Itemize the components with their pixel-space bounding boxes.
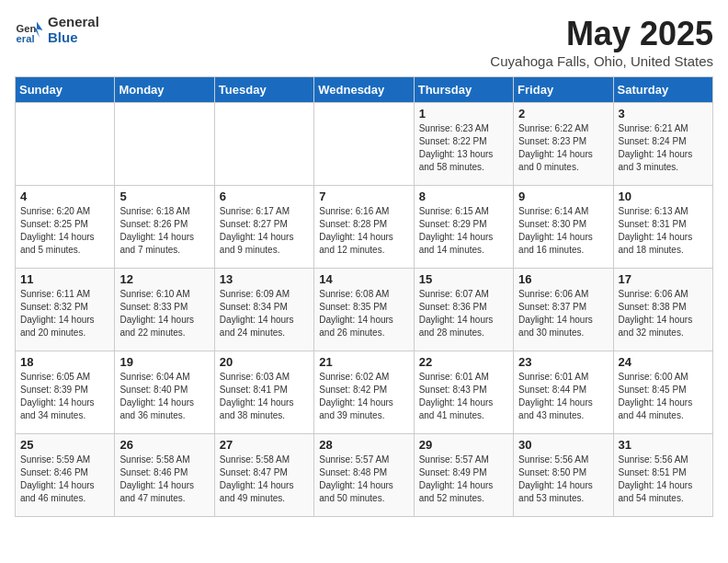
title-area: May 2025 Cuyahoga Falls, Ohio, United St…: [490, 15, 713, 69]
calendar-cell: 6Sunrise: 6:17 AM Sunset: 8:27 PM Daylig…: [214, 186, 313, 269]
page-header: Gen eral General Blue May 2025 Cuyahoga …: [15, 15, 713, 69]
logo-icon: Gen eral: [15, 16, 44, 45]
main-title: May 2025: [490, 15, 713, 53]
weekday-header: Friday: [514, 77, 613, 103]
day-info: Sunrise: 6:01 AM Sunset: 8:44 PM Dayligh…: [518, 371, 608, 422]
logo-blue: Blue: [48, 30, 99, 46]
day-number: 24: [619, 355, 708, 369]
calendar-week-row: 1Sunrise: 6:23 AM Sunset: 8:22 PM Daylig…: [16, 103, 713, 186]
calendar-cell: 5Sunrise: 6:18 AM Sunset: 8:26 PM Daylig…: [115, 186, 214, 269]
day-number: 23: [518, 355, 608, 369]
calendar-cell: 25Sunrise: 5:59 AM Sunset: 8:46 PM Dayli…: [16, 434, 115, 517]
day-number: 7: [319, 190, 408, 203]
calendar-cell: 23Sunrise: 6:01 AM Sunset: 8:44 PM Dayli…: [514, 351, 613, 434]
day-number: 17: [619, 272, 708, 286]
day-number: 28: [319, 438, 408, 452]
calendar-cell: 22Sunrise: 6:01 AM Sunset: 8:43 PM Dayli…: [414, 351, 513, 434]
day-info: Sunrise: 6:15 AM Sunset: 8:29 PM Dayligh…: [419, 205, 508, 257]
calendar-cell: 19Sunrise: 6:04 AM Sunset: 8:40 PM Dayli…: [115, 351, 214, 434]
day-number: 6: [220, 190, 309, 203]
day-info: Sunrise: 6:07 AM Sunset: 8:36 PM Dayligh…: [419, 288, 508, 339]
weekday-header: Thursday: [414, 77, 513, 103]
calendar-week-row: 18Sunrise: 6:05 AM Sunset: 8:39 PM Dayli…: [16, 351, 713, 434]
day-info: Sunrise: 6:13 AM Sunset: 8:31 PM Dayligh…: [619, 205, 708, 257]
calendar-cell: 17Sunrise: 6:06 AM Sunset: 8:38 PM Dayli…: [613, 269, 712, 351]
day-number: 12: [119, 272, 209, 286]
day-number: 4: [20, 190, 109, 203]
day-number: 19: [119, 355, 209, 369]
day-number: 16: [518, 272, 608, 286]
calendar-cell: 24Sunrise: 6:00 AM Sunset: 8:45 PM Dayli…: [613, 351, 712, 434]
day-info: Sunrise: 5:59 AM Sunset: 8:46 PM Dayligh…: [20, 454, 109, 505]
day-info: Sunrise: 6:11 AM Sunset: 8:32 PM Dayligh…: [20, 288, 109, 339]
calendar-cell: 20Sunrise: 6:03 AM Sunset: 8:41 PM Dayli…: [214, 351, 313, 434]
calendar-cell: 2Sunrise: 6:22 AM Sunset: 8:23 PM Daylig…: [514, 103, 613, 186]
day-info: Sunrise: 5:58 AM Sunset: 8:46 PM Dayligh…: [119, 454, 209, 505]
day-number: 1: [419, 107, 508, 121]
day-info: Sunrise: 6:21 AM Sunset: 8:24 PM Dayligh…: [619, 122, 708, 174]
day-number: 13: [220, 272, 309, 286]
day-number: 26: [119, 438, 209, 452]
calendar-table: SundayMondayTuesdayWednesdayThursdayFrid…: [15, 76, 713, 517]
day-info: Sunrise: 6:02 AM Sunset: 8:42 PM Dayligh…: [319, 371, 408, 422]
calendar-cell: [314, 103, 414, 186]
calendar-cell: 28Sunrise: 5:57 AM Sunset: 8:48 PM Dayli…: [314, 434, 414, 517]
weekday-header: Monday: [115, 77, 214, 103]
day-number: 9: [518, 190, 608, 203]
weekday-header: Sunday: [16, 77, 115, 103]
day-number: 31: [619, 438, 708, 452]
logo-general: General: [48, 15, 99, 30]
day-info: Sunrise: 6:22 AM Sunset: 8:23 PM Dayligh…: [518, 122, 608, 174]
calendar-cell: 16Sunrise: 6:06 AM Sunset: 8:37 PM Dayli…: [514, 269, 613, 351]
day-info: Sunrise: 6:08 AM Sunset: 8:35 PM Dayligh…: [319, 288, 408, 339]
day-info: Sunrise: 6:14 AM Sunset: 8:30 PM Dayligh…: [518, 205, 608, 257]
day-number: 14: [319, 272, 408, 286]
calendar-cell: 18Sunrise: 6:05 AM Sunset: 8:39 PM Dayli…: [16, 351, 115, 434]
day-info: Sunrise: 6:17 AM Sunset: 8:27 PM Dayligh…: [220, 205, 309, 257]
calendar-cell: 10Sunrise: 6:13 AM Sunset: 8:31 PM Dayli…: [613, 186, 712, 269]
day-info: Sunrise: 6:06 AM Sunset: 8:37 PM Dayligh…: [518, 288, 608, 339]
calendar-cell: 31Sunrise: 5:56 AM Sunset: 8:51 PM Dayli…: [613, 434, 712, 517]
day-info: Sunrise: 6:10 AM Sunset: 8:33 PM Dayligh…: [119, 288, 209, 339]
calendar-week-row: 11Sunrise: 6:11 AM Sunset: 8:32 PM Dayli…: [16, 269, 713, 351]
day-number: 2: [518, 107, 608, 121]
calendar-cell: 3Sunrise: 6:21 AM Sunset: 8:24 PM Daylig…: [613, 103, 712, 186]
weekday-header: Wednesday: [314, 77, 414, 103]
day-number: 27: [220, 438, 309, 452]
day-info: Sunrise: 6:03 AM Sunset: 8:41 PM Dayligh…: [220, 371, 309, 422]
day-info: Sunrise: 6:01 AM Sunset: 8:43 PM Dayligh…: [419, 371, 508, 422]
day-number: 15: [419, 272, 508, 286]
day-info: Sunrise: 6:16 AM Sunset: 8:28 PM Dayligh…: [319, 205, 408, 257]
calendar-cell: 8Sunrise: 6:15 AM Sunset: 8:29 PM Daylig…: [414, 186, 513, 269]
calendar-cell: [16, 103, 115, 186]
weekday-header: Tuesday: [214, 77, 313, 103]
day-number: 25: [20, 438, 109, 452]
day-info: Sunrise: 5:56 AM Sunset: 8:51 PM Dayligh…: [619, 454, 708, 505]
calendar-cell: 4Sunrise: 6:20 AM Sunset: 8:25 PM Daylig…: [16, 186, 115, 269]
day-info: Sunrise: 6:18 AM Sunset: 8:26 PM Dayligh…: [119, 205, 209, 257]
calendar-cell: 14Sunrise: 6:08 AM Sunset: 8:35 PM Dayli…: [314, 269, 414, 351]
day-info: Sunrise: 6:23 AM Sunset: 8:22 PM Dayligh…: [419, 122, 508, 174]
day-number: 10: [619, 190, 708, 203]
day-info: Sunrise: 6:00 AM Sunset: 8:45 PM Dayligh…: [619, 371, 708, 422]
day-number: 11: [20, 272, 109, 286]
svg-text:eral: eral: [17, 32, 35, 43]
logo-text: General Blue: [48, 15, 99, 45]
day-number: 3: [619, 107, 708, 121]
calendar-cell: 13Sunrise: 6:09 AM Sunset: 8:34 PM Dayli…: [214, 269, 313, 351]
svg-text:Gen: Gen: [17, 22, 37, 33]
calendar-cell: 26Sunrise: 5:58 AM Sunset: 8:46 PM Dayli…: [115, 434, 214, 517]
day-number: 20: [220, 355, 309, 369]
day-info: Sunrise: 6:04 AM Sunset: 8:40 PM Dayligh…: [119, 371, 209, 422]
day-number: 29: [419, 438, 508, 452]
logo: Gen eral General Blue: [15, 15, 99, 45]
calendar-cell: 21Sunrise: 6:02 AM Sunset: 8:42 PM Dayli…: [314, 351, 414, 434]
day-number: 30: [518, 438, 608, 452]
calendar-cell: 15Sunrise: 6:07 AM Sunset: 8:36 PM Dayli…: [414, 269, 513, 351]
day-number: 8: [419, 190, 508, 203]
calendar-cell: 29Sunrise: 5:57 AM Sunset: 8:49 PM Dayli…: [414, 434, 513, 517]
weekday-header-row: SundayMondayTuesdayWednesdayThursdayFrid…: [16, 77, 713, 103]
calendar-cell: 12Sunrise: 6:10 AM Sunset: 8:33 PM Dayli…: [115, 269, 214, 351]
day-info: Sunrise: 6:09 AM Sunset: 8:34 PM Dayligh…: [220, 288, 309, 339]
day-info: Sunrise: 5:56 AM Sunset: 8:50 PM Dayligh…: [518, 454, 608, 505]
